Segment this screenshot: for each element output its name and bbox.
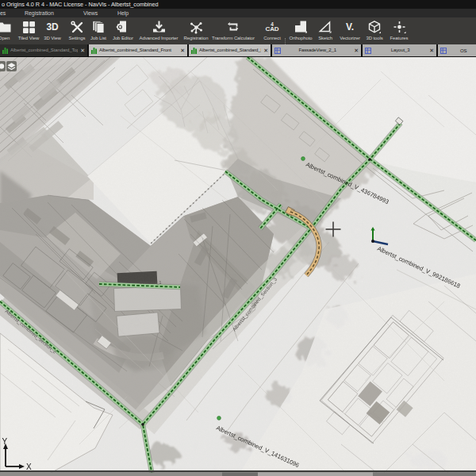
svg-text:Staircase_1: Staircase_1 — [140, 280, 162, 285]
svg-text:Y: Y — [2, 437, 8, 446]
svg-text:X: X — [26, 463, 32, 471]
